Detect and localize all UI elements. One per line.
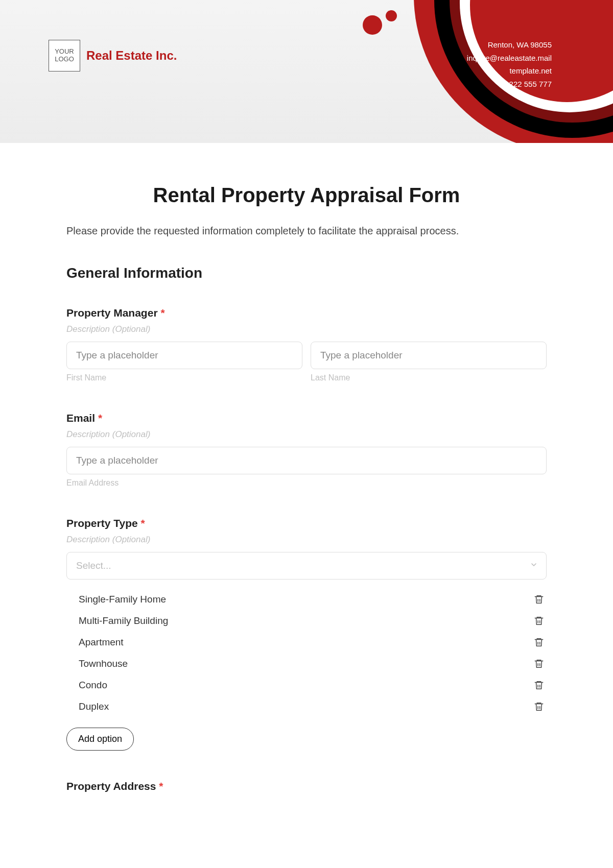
property-type-options: Single-Family Home Multi-Family Building… <box>66 589 547 717</box>
option-label[interactable]: Duplex <box>79 701 109 712</box>
option-label[interactable]: Multi-Family Building <box>79 615 168 626</box>
required-asterisk: * <box>98 412 102 424</box>
label-property-address: Property Address * <box>66 780 547 792</box>
option-label[interactable]: Single-Family Home <box>79 594 166 605</box>
logo-placeholder: YOUR LOGO <box>49 40 80 71</box>
first-name-input[interactable] <box>66 342 302 369</box>
trash-icon[interactable] <box>533 680 545 691</box>
section-general-heading: General Information <box>66 265 547 281</box>
chevron-down-icon <box>530 560 538 571</box>
contact-address: Renton, WA 98055 <box>467 38 552 52</box>
label-email: Email * <box>66 412 547 424</box>
option-label[interactable]: Townhouse <box>79 658 128 669</box>
form-body: Rental Property Appraisal Form Please pr… <box>0 143 613 818</box>
company-name: Real Estate Inc. <box>86 49 177 63</box>
required-asterisk: * <box>160 307 164 319</box>
field-property-type: Property Type * Description (Optional) S… <box>66 517 547 751</box>
first-name-sublabel: First Name <box>66 373 302 382</box>
required-asterisk: * <box>141 517 145 529</box>
trash-icon[interactable] <box>533 658 545 669</box>
option-label[interactable]: Apartment <box>79 637 124 648</box>
description-hint[interactable]: Description (Optional) <box>66 324 547 334</box>
label-property-type: Property Type * <box>66 517 547 529</box>
contact-info: Renton, WA 98055 inquire@realeastate.mai… <box>467 38 552 90</box>
add-option-button[interactable]: Add option <box>66 728 134 751</box>
page-header: YOUR LOGO Real Estate Inc. Renton, WA 98… <box>0 0 613 143</box>
option-row: Condo <box>77 674 547 696</box>
trash-icon[interactable] <box>533 701 545 712</box>
select-placeholder: Select... <box>76 560 111 571</box>
field-property-manager: Property Manager * Description (Optional… <box>66 307 547 382</box>
option-row: Duplex <box>77 696 547 717</box>
field-email: Email * Description (Optional) Email Add… <box>66 412 547 488</box>
description-hint[interactable]: Description (Optional) <box>66 535 547 545</box>
label-text: Property Address <box>66 780 156 792</box>
last-name-sublabel: Last Name <box>311 373 547 382</box>
email-sublabel: Email Address <box>66 478 547 488</box>
label-text: Property Manager <box>66 307 158 319</box>
form-title: Rental Property Appraisal Form <box>66 184 547 207</box>
email-input[interactable] <box>66 447 547 474</box>
property-type-select[interactable]: Select... <box>66 552 547 580</box>
description-hint[interactable]: Description (Optional) <box>66 429 547 440</box>
trash-icon[interactable] <box>533 615 545 626</box>
contact-web: template.net <box>467 64 552 78</box>
contact-phone: 222 555 777 <box>467 78 552 91</box>
option-row: Townhouse <box>77 653 547 674</box>
logo-block: YOUR LOGO Real Estate Inc. <box>49 40 177 71</box>
label-text: Property Type <box>66 517 138 529</box>
trash-icon[interactable] <box>533 637 545 648</box>
trash-icon[interactable] <box>533 594 545 605</box>
option-row: Single-Family Home <box>77 589 547 610</box>
last-name-input[interactable] <box>311 342 547 369</box>
form-description: Please provide the requested information… <box>66 225 547 237</box>
field-property-address: Property Address * <box>66 780 547 792</box>
required-asterisk: * <box>159 780 163 792</box>
option-label[interactable]: Condo <box>79 680 107 691</box>
option-row: Apartment <box>77 632 547 653</box>
contact-email: inquire@realeastate.mail <box>467 52 552 65</box>
option-row: Multi-Family Building <box>77 610 547 632</box>
label-property-manager: Property Manager * <box>66 307 547 319</box>
label-text: Email <box>66 412 95 424</box>
